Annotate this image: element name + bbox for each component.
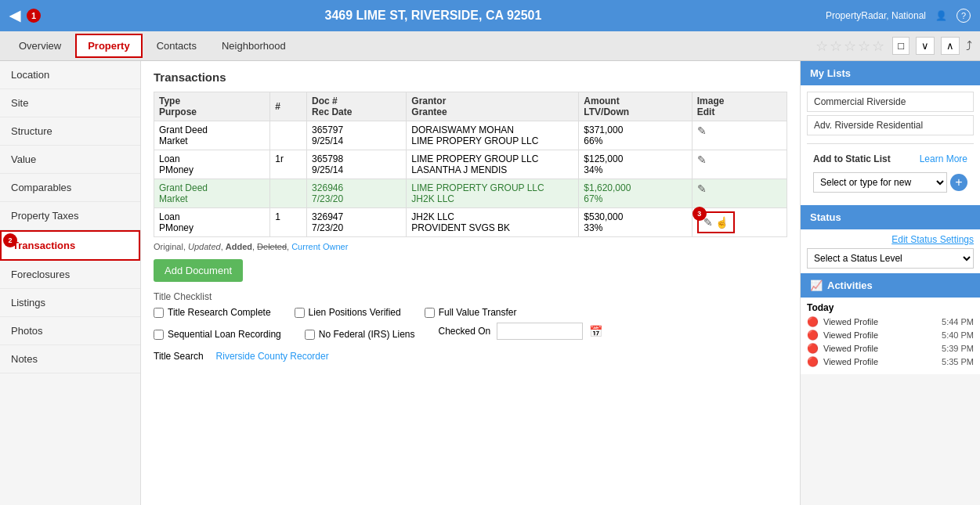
row1-num bbox=[270, 121, 307, 150]
my-lists-content: Commercial Riverside Adv. Riverside Resi… bbox=[801, 85, 980, 205]
sidebar-item-transactions[interactable]: 2 Transactions bbox=[0, 230, 140, 261]
edit-status-link[interactable]: Edit Status Settings bbox=[807, 234, 974, 245]
sequential-loan-label: Sequential Loan Recording bbox=[168, 329, 281, 340]
col-grantee-line2: Grantee bbox=[411, 106, 447, 117]
row2-amount-text: $125,000 bbox=[584, 153, 623, 164]
activities-content: Today 🔴 Viewed Profile 5:44 PM 🔴 Viewed … bbox=[801, 298, 980, 374]
checklist-full-value[interactable]: Full Value Transfer bbox=[425, 307, 517, 318]
row3-grantee-text: JH2K LLC bbox=[411, 193, 454, 204]
activities-header: 📈 Activities bbox=[801, 273, 980, 298]
row1-edit-button[interactable]: ✎ bbox=[697, 124, 707, 137]
legend-original: Original bbox=[154, 242, 183, 251]
row2-amount: $125,000 34% bbox=[579, 150, 692, 179]
col-num-line1: # bbox=[275, 101, 280, 112]
col-image-edit: Image Edit bbox=[692, 92, 787, 121]
activity-text: Viewed Profile bbox=[823, 357, 937, 366]
checked-on-input[interactable] bbox=[497, 323, 583, 340]
nav-icon-square[interactable]: □ bbox=[892, 37, 909, 55]
title-checklist-title: Title Checklist bbox=[154, 291, 787, 302]
star-rating[interactable]: ☆☆☆☆☆ bbox=[815, 38, 886, 55]
legend-added: Added bbox=[226, 242, 252, 251]
sidebar-item-value[interactable]: Value bbox=[0, 146, 140, 174]
sidebar-item-property-taxes[interactable]: Property Taxes bbox=[0, 202, 140, 230]
row3-grantor: LIME PROPERTY GROUP LLC JH2K LLC bbox=[407, 179, 579, 208]
sidebar-item-structure[interactable]: Structure bbox=[0, 117, 140, 146]
activity-text: Viewed Profile bbox=[823, 317, 937, 326]
sidebar-item-comparables[interactable]: Comparables bbox=[0, 174, 140, 202]
nav-tabs-right: ☆☆☆☆☆ □ ∨ ∧ ⤴ bbox=[815, 37, 972, 55]
row3-type: Grant Deed Market bbox=[154, 179, 270, 208]
tab-contacts[interactable]: Contacts bbox=[146, 35, 208, 56]
add-document-button[interactable]: Add Document bbox=[154, 259, 243, 282]
activity-row: 🔴 Viewed Profile 5:40 PM bbox=[807, 330, 974, 341]
transactions-table: Type Purpose # Doc # Rec Date Grantor Gr… bbox=[154, 92, 787, 237]
activity-row: 🔴 Viewed Profile 5:35 PM bbox=[807, 356, 974, 367]
lien-positions-checkbox[interactable] bbox=[295, 308, 305, 318]
title-research-checkbox[interactable] bbox=[154, 308, 164, 318]
tab-overview[interactable]: Overview bbox=[8, 35, 72, 56]
section-title: Transactions bbox=[154, 70, 787, 84]
col-purpose-line2: Purpose bbox=[159, 106, 197, 117]
row3-doc-text: 326946 bbox=[312, 182, 343, 193]
list-item[interactable]: Adv. Riverside Residential bbox=[807, 115, 974, 135]
sidebar-item-notes[interactable]: Notes bbox=[0, 345, 140, 373]
sidebar-item-location[interactable]: Location bbox=[0, 61, 140, 89]
status-select[interactable]: Select a Status Level bbox=[807, 248, 974, 269]
row4-type: Loan PMoney bbox=[154, 208, 270, 237]
activity-text: Viewed Profile bbox=[823, 330, 937, 340]
row2-type-text: Loan bbox=[159, 153, 180, 164]
user-icon: 👤 bbox=[935, 10, 947, 21]
sidebar-item-foreclosures[interactable]: Foreclosures bbox=[0, 261, 140, 289]
calendar-icon[interactable]: 📅 bbox=[589, 325, 602, 337]
badge-2: 2 bbox=[3, 233, 17, 247]
row2-type: Loan PMoney bbox=[154, 150, 270, 179]
row3-edit-button[interactable]: ✎ bbox=[697, 182, 707, 195]
row2-edit-button[interactable]: ✎ bbox=[697, 153, 707, 166]
tab-neighborhood[interactable]: Neighborhood bbox=[211, 35, 297, 56]
sidebar-item-site[interactable]: Site bbox=[0, 89, 140, 117]
row2-num: 1r bbox=[270, 150, 307, 179]
row1-edit: ✎ bbox=[692, 121, 787, 150]
checklist-no-federal[interactable]: No Federal (IRS) Liens bbox=[305, 329, 415, 340]
col-amount: Amount LTV/Down bbox=[579, 92, 692, 121]
header-right: PropertyRadar, National 👤 ? bbox=[826, 9, 971, 23]
row3-purpose-text: Market bbox=[159, 193, 188, 204]
help-icon[interactable]: ? bbox=[956, 9, 971, 23]
sequential-loan-checkbox[interactable] bbox=[154, 330, 164, 340]
sidebar-item-listings[interactable]: Listings bbox=[0, 289, 140, 317]
col-type: Type Purpose bbox=[154, 92, 270, 121]
full-value-checkbox[interactable] bbox=[425, 308, 435, 318]
learn-more-link[interactable]: Learn More bbox=[920, 153, 967, 164]
legend-deleted: Deleted bbox=[257, 242, 287, 251]
badge-3: 3 bbox=[693, 207, 707, 221]
add-to-list-button[interactable]: + bbox=[950, 174, 967, 191]
tab-property[interactable]: Property bbox=[75, 34, 142, 58]
checklist-lien-positions[interactable]: Lien Positions Verified bbox=[295, 307, 401, 318]
no-federal-checkbox[interactable] bbox=[305, 330, 315, 340]
sidebar-item-photos[interactable]: Photos bbox=[0, 317, 140, 345]
row3-type-text: Grant Deed bbox=[159, 182, 208, 193]
right-panel: My Lists Commercial Riverside Adv. River… bbox=[800, 61, 980, 505]
nav-icon-down[interactable]: ∨ bbox=[916, 37, 935, 55]
col-edit-line2: Edit bbox=[697, 106, 715, 117]
col-doc-line1: Doc # bbox=[312, 96, 338, 106]
list-select[interactable]: Select or type for new bbox=[813, 172, 947, 193]
row2-grantor: LIME PROPERY GROUP LLC LASANTHA J MENDIS bbox=[407, 150, 579, 179]
riverside-recorder-link[interactable]: Riverside County Recorder bbox=[216, 351, 329, 362]
status-content: Edit Status Settings Select a Status Lev… bbox=[801, 229, 980, 273]
back-button[interactable]: ◀ bbox=[9, 7, 20, 24]
list-item[interactable]: Commercial Riverside bbox=[807, 92, 974, 112]
content-area: Transactions Type Purpose # Doc # Rec Da… bbox=[141, 61, 800, 505]
activity-icon: 🔴 bbox=[807, 343, 819, 354]
activity-time: 5:44 PM bbox=[942, 317, 974, 326]
lists-scroll: Commercial Riverside Adv. Riverside Resi… bbox=[807, 92, 974, 139]
row3-ltv-text: 67% bbox=[584, 193, 602, 204]
checklist-sequential-loan[interactable]: Sequential Loan Recording bbox=[154, 329, 281, 340]
row3-amount-text: $1,620,000 bbox=[584, 182, 631, 193]
share-button[interactable]: ⤴ bbox=[966, 39, 972, 53]
row1-type: Grant Deed Market bbox=[154, 121, 270, 150]
nav-icon-up[interactable]: ∧ bbox=[941, 37, 960, 55]
row1-grantee-text: LIME PROPERY GROUP LLC bbox=[411, 135, 538, 146]
checklist-title-research[interactable]: Title Research Complete bbox=[154, 307, 271, 318]
row3-num bbox=[270, 179, 307, 208]
